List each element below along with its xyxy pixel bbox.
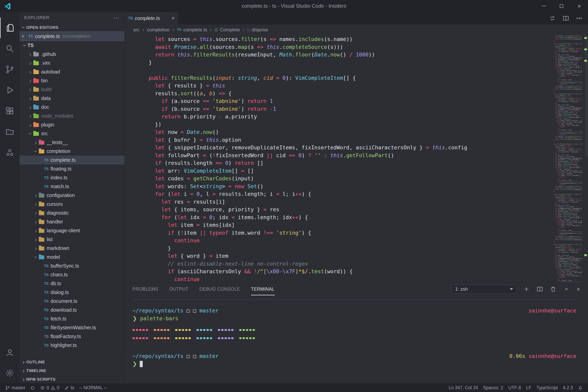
maximize-button[interactable]	[553, 0, 570, 12]
code-lines[interactable]: let sources = this.sources.filter(s => n…	[125, 35, 551, 283]
ts-version-indicator[interactable]: 4.2.3	[560, 385, 576, 390]
close-editor-icon[interactable]: ×	[22, 33, 28, 40]
tree-file-index.ts[interactable]: TSindex.ts	[20, 173, 124, 182]
breadcrumb-file[interactable]: complete.ts	[183, 27, 207, 32]
language-indicator[interactable]: TypeScript	[534, 385, 560, 390]
tree-folder-bin[interactable]: ›bin	[20, 76, 124, 85]
notifications-button[interactable]	[576, 386, 585, 390]
split-editor-icon[interactable]	[562, 15, 569, 22]
tree-file-dialog.ts[interactable]: TSdialog.ts	[20, 288, 124, 297]
tab-close-icon[interactable]: ×	[172, 15, 175, 21]
breadcrumb-completion[interactable]: completion	[147, 27, 170, 32]
command-duration: 0.06s	[510, 352, 525, 360]
tree-file-floating.ts[interactable]: TSfloating.ts	[20, 164, 124, 173]
prompt-glyphs: □ □	[186, 307, 196, 314]
minimize-button[interactable]	[535, 0, 553, 12]
tree-folder-diagnostic[interactable]: ›diagnostic	[20, 208, 124, 217]
code-line: if (b.source == 'tabnine') return -1	[142, 105, 551, 113]
open-editors-header[interactable]: › OPEN EDITORS	[20, 23, 124, 32]
tree-file-complete.ts[interactable]: TScomplete.ts	[20, 156, 124, 164]
panel-tab-problems[interactable]: PROBLEMS	[132, 283, 158, 295]
tree-folder-autoload[interactable]: ›autoload	[20, 68, 124, 76]
panel-tab-output[interactable]: OUTPUT	[169, 283, 188, 295]
tree-file-highligher.ts[interactable]: TShighligher.ts	[20, 341, 124, 350]
more-actions-icon[interactable]	[576, 15, 582, 22]
search-icon[interactable]	[0, 38, 20, 59]
accounts-icon[interactable]	[0, 342, 20, 362]
tab-complete-ts[interactable]: TS complete.ts ×	[125, 12, 178, 24]
tree-folder-handler[interactable]: ›handler	[20, 217, 124, 226]
circles-icon[interactable]	[0, 142, 20, 163]
tree-folder-data[interactable]: ›data	[20, 94, 124, 103]
tree-file-chars.ts[interactable]: TSchars.ts	[20, 270, 124, 279]
tree-file-bufferSync.ts[interactable]: TSbufferSync.ts	[20, 262, 124, 270]
vim-mode-indicator[interactable]: -- NORMAL --	[77, 385, 110, 390]
tree-folder-language-client[interactable]: ›language-client	[20, 226, 124, 235]
settings-gear-icon[interactable]	[0, 362, 20, 384]
terminal[interactable]: ~/repo/syntax/ts □ □ master sainnhe@surf…	[125, 295, 588, 384]
code-line: })	[142, 120, 551, 128]
tree-file-fileSystemWatcher.ts[interactable]: TSfileSystemWatcher.ts	[20, 323, 124, 332]
tree-file-match.ts[interactable]: TSmatch.ts	[20, 182, 124, 191]
explorer-icon[interactable]	[0, 18, 20, 38]
npm-scripts-section[interactable]: › NPM SCRIPTS	[20, 375, 124, 384]
tree-folder-model[interactable]: ›model	[20, 253, 124, 262]
editor-tab-bar: TS complete.ts ×	[125, 12, 588, 24]
tree-file-download.ts[interactable]: TSdownload.ts	[20, 306, 124, 314]
breadcrumb-class[interactable]: Complete	[220, 27, 240, 32]
tree-file-fetch.ts[interactable]: TSfetch.ts	[20, 314, 124, 323]
terminal-selector[interactable]: 1: zsh	[452, 284, 516, 294]
extensions-icon[interactable]	[0, 100, 20, 121]
breadcrumb-src[interactable]: src	[133, 27, 140, 32]
panel-tab-debug-console[interactable]: DEBUG CONSOLE	[199, 283, 240, 295]
workspace-indicator[interactable]: ts	[62, 385, 77, 390]
explorer-more-actions-icon[interactable]: ⋯	[114, 14, 120, 21]
encoding-indicator[interactable]: UTF-8	[506, 385, 524, 390]
overview-ruler[interactable]	[582, 35, 588, 283]
close-button[interactable]: ×	[570, 0, 588, 12]
outline-section[interactable]: › OUTLINE	[20, 358, 124, 366]
open-editor-item-complete-ts[interactable]: × TS complete.ts src/completion	[20, 32, 124, 41]
git-branch-indicator[interactable]: master	[3, 385, 28, 390]
tree-file-floatFactory.ts[interactable]: TSfloatFactory.ts	[20, 332, 124, 341]
timeline-section[interactable]: › TIMELINE	[20, 366, 124, 375]
folder-explorer-icon[interactable]	[0, 121, 20, 142]
problems-indicator[interactable]: 0 0	[38, 385, 62, 390]
tree-folder-src[interactable]: ›src	[20, 129, 124, 138]
tree-folder-.vim[interactable]: ›.vim	[20, 58, 124, 68]
folder-icon	[33, 79, 39, 83]
open-changes-icon[interactable]	[549, 15, 556, 22]
tree-folder-node_modules[interactable]: ›node_modules	[20, 112, 124, 120]
sync-changes-button[interactable]	[28, 386, 38, 390]
tree-folder-configuration[interactable]: ›configuration	[20, 191, 124, 200]
cursor-position-indicator[interactable]: Ln 347, Col 24	[446, 385, 480, 390]
tree-folder-cursors[interactable]: ›cursors	[20, 200, 124, 208]
new-terminal-icon[interactable]	[523, 286, 530, 292]
tree-folder-doc[interactable]: ›doc	[20, 103, 124, 112]
tree-folder-build[interactable]: ›build	[20, 85, 124, 94]
maximize-panel-icon[interactable]	[563, 286, 570, 292]
tree-file-document.ts[interactable]: TSdocument.ts	[20, 297, 124, 306]
eol-indicator[interactable]: LF	[524, 385, 534, 390]
run-debug-icon[interactable]	[0, 80, 20, 100]
minimap[interactable]: let sources = this.sources.filter(s => n…	[552, 35, 582, 283]
tree-file-db.ts[interactable]: TSdb.ts	[20, 279, 124, 288]
tree-root-ts[interactable]: ›TS	[20, 41, 124, 50]
kill-terminal-icon[interactable]	[550, 286, 556, 292]
tree-folder-.github[interactable]: ›.github	[20, 50, 124, 58]
tree-item-label: cursors	[47, 201, 63, 207]
indentation-indicator[interactable]: Spaces: 2	[480, 385, 506, 390]
tree-folder-__tests__[interactable]: ›__tests__	[20, 138, 124, 147]
tree-folder-list[interactable]: ›list	[20, 235, 124, 244]
tree-folder-completion[interactable]: ›completion	[20, 147, 124, 156]
breadcrumb-method[interactable]: dispose	[252, 27, 268, 32]
terminal-command-line: ❯ palette-bars	[132, 314, 576, 322]
close-panel-icon[interactable]: ×	[576, 286, 580, 292]
scrollbar[interactable]	[585, 35, 588, 156]
tree-folder-markdown[interactable]: ›markdown	[20, 244, 124, 253]
tree-folder-plugin[interactable]: ›plugin	[20, 120, 124, 129]
panel-tab-terminal[interactable]: TERMINAL	[251, 283, 274, 295]
terminal-input-line[interactable]: ❯	[132, 360, 576, 368]
source-control-icon[interactable]	[0, 59, 20, 80]
split-terminal-icon[interactable]	[536, 286, 543, 292]
